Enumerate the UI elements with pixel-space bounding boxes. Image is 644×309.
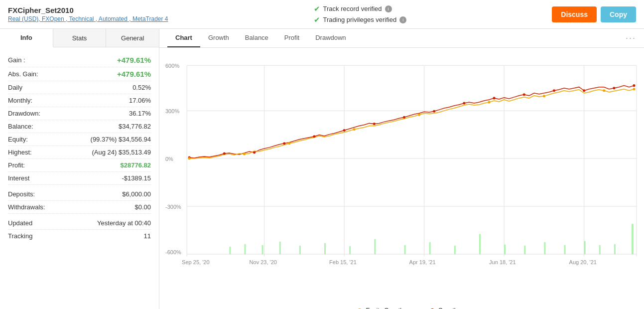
growth-legend-label: Growth xyxy=(438,307,458,309)
info-label: Equity: xyxy=(8,136,28,143)
growth-dots xyxy=(188,84,636,158)
info-label: Profit: xyxy=(8,161,25,169)
info-value: 17.06% xyxy=(129,97,151,104)
chart-tab-chart[interactable]: Chart xyxy=(167,29,200,47)
growth-chart: .grid-line { stroke: #e0e0e0; stroke-wid… xyxy=(164,53,639,274)
info-value: +479.61% xyxy=(117,56,151,64)
info-label: Updated xyxy=(8,219,32,227)
equity-line xyxy=(189,89,634,158)
info-row: Withdrawals:$0.00 xyxy=(8,201,151,214)
verify-track-record: ✔ Track record verified i xyxy=(314,4,407,13)
info-value: 36.17% xyxy=(129,110,151,117)
tab-stats[interactable]: Stats xyxy=(53,29,107,47)
svg-text:0%: 0% xyxy=(165,156,173,162)
svg-point-55 xyxy=(553,89,555,92)
info-row: Highest:(Aug 24) $35,513.49 xyxy=(8,146,151,159)
svg-rect-33 xyxy=(454,246,456,254)
info-label: Tracking xyxy=(8,232,32,240)
verify-trading-info-icon[interactable]: i xyxy=(399,16,406,23)
discuss-button[interactable]: Discuss xyxy=(552,6,597,22)
info-row: UpdatedYesterday at 00:40 xyxy=(8,217,151,230)
svg-point-54 xyxy=(523,93,525,96)
verification-area: ✔ Track record verified i ✔ Trading priv… xyxy=(314,4,407,24)
svg-point-64 xyxy=(488,101,491,103)
chart-tab-drawdown[interactable]: Drawdown xyxy=(307,29,354,47)
svg-rect-38 xyxy=(564,245,566,254)
svg-rect-39 xyxy=(584,241,586,254)
svg-text:-600%: -600% xyxy=(165,249,181,255)
svg-rect-40 xyxy=(599,245,601,254)
tab-general[interactable]: General xyxy=(106,29,159,47)
info-value: Yesterday at 00:40 xyxy=(97,219,151,227)
svg-rect-36 xyxy=(524,246,525,254)
info-value: $28776.82 xyxy=(121,161,151,169)
verify-trading-label: Trading privileges verified xyxy=(323,16,397,23)
svg-text:Sep 25, '20: Sep 25, '20 xyxy=(182,259,209,265)
info-value: $0.00 xyxy=(134,203,151,211)
svg-text:600%: 600% xyxy=(165,63,179,69)
svg-point-51 xyxy=(433,110,435,113)
subtitle-suffix: , Technical , Automated , MetaTrader 4 xyxy=(64,15,168,22)
svg-point-46 xyxy=(283,142,285,145)
header-left: FXCipher_Set2010 Real (USD), FXOpen , Te… xyxy=(8,6,168,22)
info-value: $34,776.82 xyxy=(119,123,151,130)
info-label: Monthly: xyxy=(8,97,32,104)
header: FXCipher_Set2010 Real (USD), FXOpen , Te… xyxy=(0,0,644,29)
chart-tab-profit[interactable]: Profit xyxy=(276,29,307,47)
checkmark-icon-2: ✔ xyxy=(314,15,320,24)
svg-point-67 xyxy=(633,88,635,90)
verify-track-label: Track record verified xyxy=(323,5,382,12)
main-content: Info Stats General Gain :+479.61%Abs. Ga… xyxy=(0,29,644,309)
info-value: +479.61% xyxy=(117,70,151,78)
legend-growth: Growth xyxy=(418,307,458,309)
info-row: Abs. Gain:+479.61% xyxy=(8,67,151,81)
svg-rect-27 xyxy=(299,246,301,254)
svg-rect-23 xyxy=(229,247,231,254)
svg-rect-41 xyxy=(614,244,616,254)
svg-point-66 xyxy=(603,89,605,92)
chart-tabs-nav: Chart Growth Balance Profit Drawdown ··· xyxy=(159,29,644,48)
svg-text:300%: 300% xyxy=(165,108,179,114)
svg-point-61 xyxy=(288,142,290,145)
svg-rect-34 xyxy=(479,234,481,254)
svg-point-53 xyxy=(493,97,496,99)
chart-more-icon[interactable]: ··· xyxy=(626,33,636,43)
info-value: 11 xyxy=(144,232,151,240)
svg-point-52 xyxy=(463,102,465,104)
svg-rect-37 xyxy=(544,242,545,254)
svg-point-59 xyxy=(188,157,191,160)
info-row: Balance:$34,776.82 xyxy=(8,120,151,133)
svg-rect-28 xyxy=(324,243,326,254)
info-content: Gain :+479.61%Abs. Gain:+479.61%Daily0.5… xyxy=(0,47,159,309)
legend-equity: Equity Growth xyxy=(346,307,403,309)
info-value: (99.37%) $34,556.94 xyxy=(91,136,151,143)
info-row: Interest-$1389.15 xyxy=(8,172,151,185)
tab-info[interactable]: Info xyxy=(0,29,53,47)
svg-rect-25 xyxy=(262,245,263,254)
info-row: Deposits:$6,000.00 xyxy=(8,188,151,201)
svg-rect-32 xyxy=(429,242,431,254)
svg-point-49 xyxy=(373,123,376,125)
svg-point-44 xyxy=(223,152,226,154)
info-row: Profit:$28776.82 xyxy=(8,159,151,172)
svg-point-48 xyxy=(343,129,346,132)
chart-tab-balance[interactable]: Balance xyxy=(237,29,276,47)
svg-point-65 xyxy=(543,95,545,97)
svg-point-56 xyxy=(583,89,585,92)
info-value: -$1389.15 xyxy=(122,174,151,182)
fxopen-link[interactable]: FXOpen xyxy=(42,15,64,22)
verify-track-info-icon[interactable]: i xyxy=(385,5,392,12)
svg-point-45 xyxy=(253,151,256,154)
info-label: Drawdown: xyxy=(8,110,40,117)
info-row: Monthly:17.06% xyxy=(8,94,151,107)
copy-button[interactable]: Copy xyxy=(601,6,636,22)
info-value: 0.52% xyxy=(132,84,151,91)
equity-dots xyxy=(188,88,636,159)
chart-tab-growth[interactable]: Growth xyxy=(200,29,237,47)
equity-legend-label: Equity Growth xyxy=(366,307,403,309)
info-label: Gain : xyxy=(8,56,25,64)
info-label: Highest: xyxy=(8,149,32,156)
info-row: Drawdown:36.17% xyxy=(8,107,151,120)
svg-point-62 xyxy=(353,128,356,131)
svg-point-57 xyxy=(613,87,615,89)
